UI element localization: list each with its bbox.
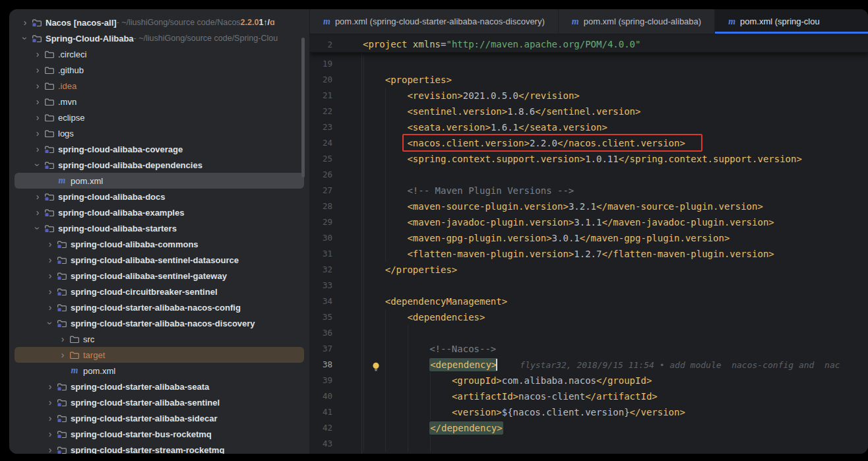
chevron-collapsed-icon[interactable]: › bbox=[45, 287, 55, 296]
tree-scrollbar[interactable] bbox=[301, 38, 305, 177]
line-number[interactable]: 31 bbox=[310, 246, 332, 262]
chevron-expanded-icon[interactable]: › bbox=[33, 223, 42, 233]
code-line[interactable]: 19 bbox=[310, 56, 868, 72]
code-line[interactable]: 33 bbox=[310, 278, 868, 293]
code-line[interactable]: 31<flatten-maven-plugin.version>1.2.7</f… bbox=[310, 246, 868, 262]
tree-item[interactable]: ›spring-cloud-alibaba-sentinel-datasourc… bbox=[15, 252, 304, 268]
code-line[interactable]: 24<nacos.client.version>2.2.0</nacos.cli… bbox=[310, 135, 868, 151]
chevron-collapsed-icon[interactable]: › bbox=[45, 429, 55, 439]
line-number[interactable]: 34 bbox=[310, 293, 332, 309]
chevron-collapsed-icon[interactable]: › bbox=[32, 49, 43, 59]
line-number[interactable]: 36 bbox=[310, 325, 332, 341]
code-line[interactable]: 25<spring.context.support.version>1.0.11… bbox=[310, 151, 868, 167]
code-line[interactable]: 28<maven-source-plugin.version>3.2.1</ma… bbox=[310, 199, 868, 214]
line-number[interactable]: 20 bbox=[310, 72, 332, 88]
chevron-collapsed-icon[interactable]: › bbox=[45, 414, 55, 423]
tree-item[interactable]: ›spring-cloud-alibaba-examples bbox=[15, 204, 304, 220]
code-line[interactable]: 41<version>${nacos.client.version}</vers… bbox=[310, 404, 868, 420]
chevron-collapsed-icon[interactable]: › bbox=[32, 65, 43, 75]
line-number[interactable]: 22 bbox=[310, 104, 332, 119]
chevron-collapsed-icon[interactable]: › bbox=[32, 144, 43, 154]
editor[interactable]: 2<project xmlns="http://maven.apache.org… bbox=[310, 34, 868, 454]
line-number[interactable]: 26 bbox=[310, 167, 332, 183]
tree-item[interactable]: ›spring-cloud-starter-alibaba-nacos-conf… bbox=[15, 299, 304, 315]
tree-item[interactable]: ›spring-cloud-starter-alibaba-sentinel bbox=[15, 394, 304, 410]
line-number[interactable]: 27 bbox=[310, 183, 332, 199]
code-line[interactable]: 30<maven-gpg-plugin.version>3.0.1</maven… bbox=[310, 230, 868, 246]
tree-item[interactable]: ›spring-cloud-alibaba-dependencies bbox=[15, 157, 304, 173]
chevron-collapsed-icon[interactable]: › bbox=[45, 255, 55, 264]
line-number[interactable]: 40 bbox=[310, 388, 332, 404]
chevron-collapsed-icon[interactable]: › bbox=[45, 398, 55, 407]
chevron-collapsed-icon[interactable]: › bbox=[57, 334, 68, 344]
chevron-expanded-icon[interactable]: › bbox=[33, 160, 42, 170]
tree-item[interactable]: ›Spring-Cloud-Alibaba - ~/liushiGong/sou… bbox=[15, 30, 304, 46]
line-number[interactable]: 19 bbox=[310, 56, 332, 72]
code-line[interactable]: 23<seata.version>1.6.1</seata.version> bbox=[310, 119, 868, 135]
chevron-collapsed-icon[interactable]: › bbox=[45, 445, 55, 454]
tree-item[interactable]: ›.idea bbox=[15, 78, 304, 94]
code-line[interactable]: 39<groupId>com.alibaba.nacos</groupId> bbox=[310, 373, 868, 388]
line-number[interactable]: 42 bbox=[310, 420, 332, 436]
line-number[interactable]: 21 bbox=[310, 88, 332, 104]
tree-item[interactable]: ›.mvn bbox=[15, 94, 304, 109]
chevron-collapsed-icon[interactable]: › bbox=[45, 382, 55, 391]
code-line[interactable]: 32</properties> bbox=[310, 262, 868, 278]
tree-item[interactable]: ›target bbox=[15, 347, 304, 363]
chevron-collapsed-icon[interactable]: › bbox=[57, 350, 68, 359]
tree-item[interactable]: ›.github bbox=[15, 62, 304, 78]
intention-bulb-icon[interactable] bbox=[372, 360, 380, 369]
tree-item[interactable]: ›spring-cloud-starter-alibaba-nacos-disc… bbox=[15, 315, 304, 331]
tree-item[interactable]: ›Nacos [nacos-all] - ~/liushiGong/source… bbox=[15, 15, 304, 30]
code-line[interactable]: 38<dependency>flystar32, 2018/9/15 11:54… bbox=[310, 357, 868, 373]
tree-item[interactable]: ›spring-cloud-alibaba-docs bbox=[15, 189, 304, 204]
tree-item[interactable]: ›spring-cloud-starter-alibaba-sidecar bbox=[15, 410, 304, 426]
chevron-collapsed-icon[interactable]: › bbox=[32, 192, 43, 201]
line-number[interactable]: 38 bbox=[310, 357, 332, 373]
code-line[interactable]: 37<!--Nacos--> bbox=[310, 341, 868, 357]
tree-item[interactable]: ›eclipse bbox=[15, 109, 304, 125]
line-number[interactable]: 43 bbox=[310, 436, 332, 452]
code-line[interactable]: 26 bbox=[310, 167, 868, 183]
editor-tab[interactable]: mpom.xml (spring-cloud-starter-alibaba-n… bbox=[310, 9, 559, 34]
code-line[interactable]: 20<properties> bbox=[310, 72, 868, 88]
chevron-collapsed-icon[interactable]: › bbox=[45, 303, 55, 312]
chevron-collapsed-icon[interactable]: › bbox=[32, 113, 43, 122]
line-number[interactable]: 39 bbox=[310, 373, 332, 388]
tree-item[interactable]: ›spring-cloud-starter-bus-rocketmq bbox=[15, 426, 304, 442]
chevron-collapsed-icon[interactable]: › bbox=[32, 81, 43, 90]
code-line[interactable]: 42</dependency> bbox=[310, 420, 868, 436]
line-number[interactable]: 33 bbox=[310, 278, 332, 293]
tree-item[interactable]: ›logs bbox=[15, 125, 304, 141]
chevron-collapsed-icon[interactable]: › bbox=[32, 208, 43, 217]
tree-item[interactable]: mpom.xml bbox=[15, 173, 304, 189]
editor-tab[interactable]: mpom.xml (spring-clou bbox=[715, 9, 868, 34]
tree-item[interactable]: ›spring-cloud-starter-stream-rocketmq bbox=[15, 442, 304, 454]
chevron-collapsed-icon[interactable]: › bbox=[20, 18, 30, 27]
code-line[interactable]: 22<sentinel.version>1.8.6</sentinel.vers… bbox=[310, 104, 868, 119]
code-line[interactable]: 27<!-- Maven Plugin Versions --> bbox=[310, 183, 868, 199]
code-line[interactable]: 36 bbox=[310, 325, 868, 341]
tree-item[interactable]: ›spring-cloud-starter-alibaba-seata bbox=[15, 379, 304, 394]
chevron-expanded-icon[interactable]: › bbox=[46, 318, 55, 328]
line-number[interactable]: 28 bbox=[310, 199, 332, 214]
line-number[interactable]: 30 bbox=[310, 230, 332, 246]
line-number[interactable]: 41 bbox=[310, 404, 332, 420]
code-line[interactable]: 43 bbox=[310, 436, 868, 452]
tree-item[interactable]: ›.circleci bbox=[15, 46, 304, 62]
tree-item[interactable]: ›spring-cloud-alibaba-starters bbox=[15, 220, 304, 236]
chevron-collapsed-icon[interactable]: › bbox=[45, 271, 55, 280]
line-number[interactable]: 23 bbox=[310, 119, 332, 135]
code-line[interactable]: 34<dependencyManagement> bbox=[310, 293, 868, 309]
line-number[interactable]: 2 bbox=[310, 36, 332, 53]
line-number[interactable]: 35 bbox=[310, 309, 332, 325]
line-number[interactable]: 37 bbox=[310, 341, 332, 357]
code-line[interactable]: 35<dependencies> bbox=[310, 309, 868, 325]
tree-item[interactable]: ›spring-cloud-alibaba-sentinel-gateway bbox=[15, 268, 304, 284]
editor-tab[interactable]: mpom.xml (spring-cloud-alibaba) bbox=[559, 9, 715, 34]
chevron-collapsed-icon[interactable]: › bbox=[45, 239, 55, 249]
tree-item[interactable]: mpom.xml bbox=[15, 363, 304, 379]
tree-item[interactable]: ›spring-cloud-alibaba-commons bbox=[15, 236, 304, 252]
chevron-expanded-icon[interactable]: › bbox=[20, 33, 30, 44]
tree-item[interactable]: ›src bbox=[15, 331, 304, 347]
